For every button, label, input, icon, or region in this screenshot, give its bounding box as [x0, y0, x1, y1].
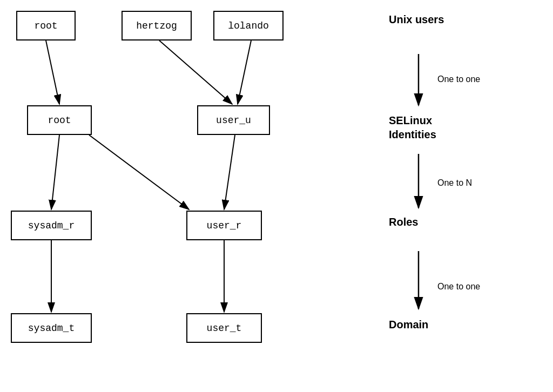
legend-unix-users: Unix users: [389, 13, 444, 26]
legend-roles: Roles: [389, 216, 418, 228]
arrow-root-sel-to-sysadm-r: [51, 135, 59, 209]
node-hertzog: hertzog: [122, 11, 192, 40]
node-user-r: user_r: [186, 211, 262, 240]
legend-one-to-one-2: One to one: [437, 282, 480, 292]
node-root-sel: root: [27, 105, 92, 135]
node-user-t: user_t: [186, 313, 262, 343]
legend-selinux-identities: SELinux Identities: [389, 113, 436, 141]
node-sysadm-r: sysadm_r: [11, 211, 92, 240]
legend-domain: Domain: [389, 319, 428, 331]
legend-one-to-one-1: One to one: [437, 75, 480, 84]
arrow-hertzog-to-user-u: [159, 40, 232, 104]
legend-one-to-n: One to N: [437, 178, 472, 188]
arrow-lolando-to-user-u: [238, 40, 251, 104]
diagram-container: root hertzog lolando root user_u sysadm_…: [0, 0, 553, 392]
arrow-root-sel-to-user-r: [89, 135, 189, 209]
node-user-u: user_u: [197, 105, 270, 135]
arrow-user-u-to-user-r: [224, 135, 235, 209]
node-root-unix: root: [16, 11, 76, 40]
node-lolando: lolando: [213, 11, 284, 40]
arrow-root-unix-to-root-sel: [46, 40, 59, 104]
node-sysadm-t: sysadm_t: [11, 313, 92, 343]
